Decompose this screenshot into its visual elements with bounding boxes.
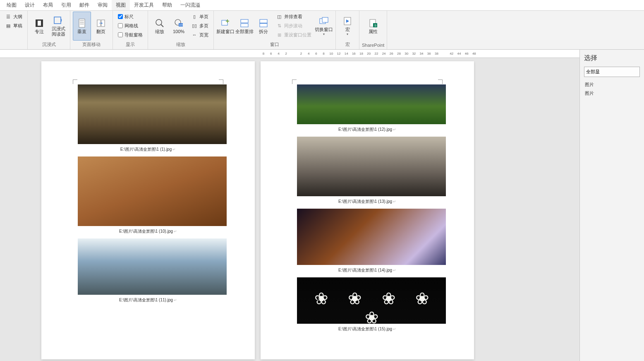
ruler-tick: 8 xyxy=(320,52,328,55)
menu-item-5[interactable]: 审阅 xyxy=(93,0,112,10)
split-button[interactable]: 拆分 xyxy=(254,12,273,41)
menu-item-6[interactable]: 视图 xyxy=(112,0,130,10)
side-by-side-button[interactable]: ◫并排查看 xyxy=(274,12,313,21)
selection-item[interactable]: 图片 xyxy=(584,89,640,98)
arrange-all-button[interactable]: 全部重排 xyxy=(235,12,254,41)
ruler-tick: 26 xyxy=(388,52,395,55)
show-all-button[interactable]: 全部显 xyxy=(584,67,640,77)
selection-pane-title: 选择 xyxy=(584,54,640,63)
group-views: ☰ 大纲 ▤ 草稿 xyxy=(0,11,28,49)
page-left[interactable]: E:\图片\高清全景图\1 (1).jpgE:\图片\高清全景图\1 (10).… xyxy=(41,61,255,359)
ruler-tick: 2 xyxy=(297,52,305,55)
menu-item-0[interactable]: 绘图 xyxy=(2,0,21,10)
arrange-all-label: 全部重排 xyxy=(235,29,254,34)
image-block: E:\图片\高清全景图\1 (10).jpg xyxy=(78,156,218,234)
ruler-tick: 4 xyxy=(275,52,282,55)
focus-label: 专注 xyxy=(35,29,44,34)
image-caption[interactable]: E:\图片\高清全景图\1 (1).jpg xyxy=(78,147,218,152)
image-caption[interactable]: E:\图片\高清全景图\1 (12).jpg xyxy=(297,127,438,132)
switch-window-button[interactable]: 切换窗口 ▾ xyxy=(315,12,333,41)
svg-rect-19 xyxy=(241,24,248,27)
ruler-tick: 30 xyxy=(403,52,410,55)
draft-icon: ▤ xyxy=(5,22,12,29)
page-width-label: 页宽 xyxy=(199,32,208,38)
menu-item-4[interactable]: 邮件 xyxy=(75,0,93,10)
macros-button[interactable]: 宏 ▾ xyxy=(338,12,357,41)
inserted-image[interactable] xyxy=(78,238,227,295)
group-sharepoint: S 属性 SharePoint xyxy=(359,11,387,49)
svg-text:S: S xyxy=(374,24,376,27)
inserted-image[interactable] xyxy=(297,137,446,196)
horizontal-ruler[interactable]: 8642246810121416182022242628303234363842… xyxy=(0,50,644,58)
new-window-icon xyxy=(220,18,230,28)
hundred-icon: 100 xyxy=(174,18,184,28)
group-window: 新建窗口 全部重排 拆分 ◫并排查看 ⇅同步滚动 ⊞重设窗口位置 切换窗口 ▾ … xyxy=(214,11,336,49)
multi-page-label: 多页 xyxy=(199,23,208,29)
image-block: E:\图片\高清全景图\1 (11).jpg xyxy=(78,238,218,303)
ruler-tick: 2 xyxy=(282,52,290,55)
menu-item-9[interactable]: 一闪流溢 xyxy=(176,0,204,10)
split-label: 拆分 xyxy=(259,29,268,34)
navpane-checkbox[interactable]: 导航窗格 xyxy=(116,31,144,39)
sync-scroll-button: ⇅同步滚动 xyxy=(274,22,313,30)
chevron-down-icon: ▾ xyxy=(323,32,325,36)
zoom-label: 缩放 xyxy=(155,29,164,34)
gridlines-checkbox[interactable]: 网格线 xyxy=(116,22,144,30)
macros-label: 宏 xyxy=(345,27,350,32)
inserted-image[interactable] xyxy=(297,84,446,124)
image-caption[interactable]: E:\图片\高清全景图\1 (13).jpg xyxy=(297,199,438,205)
inserted-image[interactable] xyxy=(78,84,227,144)
ruler-check-label: 标尺 xyxy=(124,14,134,20)
ruler-tick: 6 xyxy=(267,52,275,55)
properties-icon: S xyxy=(368,18,378,28)
focus-button[interactable]: 专注 xyxy=(30,12,48,41)
group-zoom-label: 缩放 xyxy=(176,41,185,48)
sync-scroll-label: 同步滚动 xyxy=(284,23,302,29)
new-window-label: 新建窗口 xyxy=(216,29,235,34)
inserted-image[interactable] xyxy=(297,277,446,324)
group-zoom: 缩放 100 100% ▯单页 ▯▯多页 ↔页宽 缩放 xyxy=(148,11,214,49)
multi-page-button[interactable]: ▯▯多页 xyxy=(189,22,210,30)
draft-button[interactable]: ▤ 草稿 xyxy=(3,22,24,30)
hundred-label: 100% xyxy=(173,29,184,34)
ruler-tick: 10 xyxy=(328,52,335,55)
vertical-button[interactable]: 垂直 xyxy=(73,12,91,41)
outline-button[interactable]: ☰ 大纲 xyxy=(3,12,24,21)
menu-item-1[interactable]: 设计 xyxy=(21,0,39,10)
inserted-image[interactable] xyxy=(78,156,227,226)
ruler-checkbox[interactable]: 标尺 xyxy=(116,12,144,21)
immersive-reader-button[interactable]: 沉浸式 阅读器 xyxy=(49,12,67,41)
document-area[interactable]: E:\图片\高清全景图\1 (1).jpgE:\图片\高清全景图\1 (10).… xyxy=(0,58,579,361)
image-caption[interactable]: E:\图片\高清全景图\1 (11).jpg xyxy=(78,297,218,303)
properties-button[interactable]: S 属性 xyxy=(364,12,382,41)
menu-item-7[interactable]: 开发工具 xyxy=(130,0,158,10)
image-caption[interactable]: E:\图片\高清全景图\1 (14).jpg xyxy=(297,267,438,273)
new-window-button[interactable]: 新建窗口 xyxy=(216,12,235,41)
vertical-icon xyxy=(77,18,87,28)
one-page-button[interactable]: ▯单页 xyxy=(189,12,210,21)
selection-item[interactable]: 图片 xyxy=(584,80,640,89)
ribbon: ☰ 大纲 ▤ 草稿 专注 沉浸式 阅读器 沉浸式 xyxy=(0,11,644,50)
ruler-tick: 12 xyxy=(335,52,342,55)
split-icon xyxy=(259,18,268,28)
ruler-tick: 38 xyxy=(433,52,440,55)
ruler-tick: 28 xyxy=(395,52,402,55)
side-by-side-label: 并排查看 xyxy=(284,14,302,20)
page-right[interactable]: E:\图片\高清全景图\1 (12).jpgE:\图片\高清全景图\1 (13)… xyxy=(261,61,474,359)
zoom-button[interactable]: 缩放 xyxy=(151,12,169,41)
image-block: E:\图片\高清全景图\1 (1).jpg xyxy=(78,84,218,152)
switch-window-icon xyxy=(319,16,329,26)
svg-point-10 xyxy=(156,19,162,25)
inserted-image[interactable] xyxy=(297,209,446,265)
menu-item-8[interactable]: 帮助 xyxy=(158,0,176,10)
flip-button[interactable]: 翻页 xyxy=(92,12,110,41)
menu-item-3[interactable]: 引用 xyxy=(57,0,75,10)
svg-rect-1 xyxy=(38,21,41,26)
page-width-button[interactable]: ↔页宽 xyxy=(189,31,210,39)
menu-item-2[interactable]: 布局 xyxy=(39,0,57,10)
flip-icon xyxy=(96,18,106,28)
hundred-button[interactable]: 100 100% xyxy=(170,12,188,41)
image-caption[interactable]: E:\图片\高清全景图\1 (10).jpg xyxy=(78,229,218,234)
group-macros-label: 宏 xyxy=(345,41,350,48)
image-caption[interactable]: E:\图片\高清全景图\1 (15).jpg xyxy=(297,326,438,332)
